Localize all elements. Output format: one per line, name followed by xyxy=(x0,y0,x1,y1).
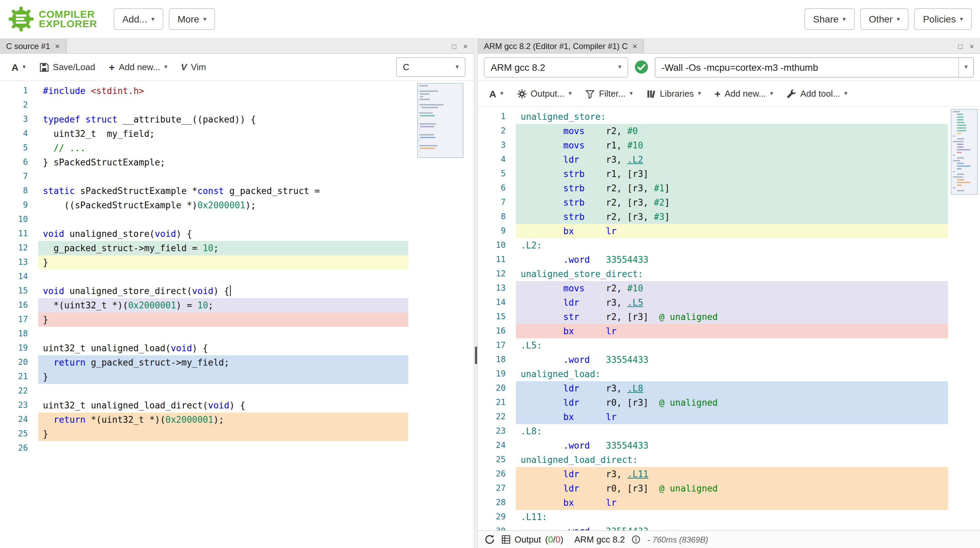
source-line-23[interactable]: 23uint32_t unaligned_load_direct(void) { xyxy=(0,398,474,413)
line-content[interactable]: .word 33554433 xyxy=(516,353,948,367)
asm-line-23[interactable]: 23.L8: xyxy=(478,424,980,438)
language-select[interactable]: C ▾ xyxy=(396,57,466,77)
asm-line-14[interactable]: 14 ldr r3, .L5 xyxy=(478,295,980,310)
compiler-options-input[interactable] xyxy=(655,57,958,76)
asm-line-19[interactable]: 19unaligned_load: xyxy=(478,367,980,381)
line-content[interactable]: movs r2, #0 xyxy=(516,124,948,138)
source-line-1[interactable]: 1#include <stdint.h> xyxy=(0,84,474,98)
source-line-21[interactable]: 21} xyxy=(0,370,474,384)
source-line-20[interactable]: 20 return g_packed_struct->my_field; xyxy=(0,355,474,370)
close-icon[interactable]: × xyxy=(969,42,974,50)
line-content[interactable]: bx lr xyxy=(516,410,948,424)
line-content[interactable]: .word 33554433 xyxy=(516,253,948,267)
font-size-button[interactable]: A ▾ xyxy=(483,84,509,103)
vim-toggle-button[interactable]: V Vim xyxy=(175,58,212,76)
font-size-button[interactable]: A ▾ xyxy=(5,57,32,76)
tab-c-source[interactable]: C source #1 × xyxy=(0,39,66,53)
logo[interactable]: COMPILER EXPLORER xyxy=(8,6,97,32)
asm-editor[interactable]: 1unaligned_store:2 movs r2, #03 movs r1,… xyxy=(478,107,980,530)
line-content[interactable]: void unaligned_store_direct(void) { xyxy=(38,284,408,298)
asm-line-16[interactable]: 16 bx lr xyxy=(478,324,980,338)
line-content[interactable]: ldr r3, .L5 xyxy=(516,295,948,310)
source-line-4[interactable]: 4 uint32_t my_field; xyxy=(0,127,474,141)
line-content[interactable]: } xyxy=(38,255,408,269)
line-content[interactable]: uint32_t unaligned_load_direct(void) { xyxy=(38,398,408,413)
line-content[interactable]: bx lr xyxy=(516,324,948,338)
line-content[interactable]: static sPackedStructExample *const g_pac… xyxy=(38,184,408,198)
source-line-9[interactable]: 9 ((sPackedStructExample *)0x2000001); xyxy=(0,198,474,212)
asm-line-29[interactable]: 29.L11: xyxy=(478,510,980,524)
source-line-5[interactable]: 5 // ... xyxy=(0,141,474,155)
line-content[interactable]: ldr r3, .L8 xyxy=(516,381,948,395)
asm-line-24[interactable]: 24 .word 33554433 xyxy=(478,438,980,453)
source-line-2[interactable]: 2 xyxy=(0,98,474,112)
line-content[interactable] xyxy=(38,269,408,284)
source-line-13[interactable]: 13} xyxy=(0,255,474,269)
line-content[interactable]: void unaligned_store(void) { xyxy=(38,227,408,241)
asm-line-11[interactable]: 11 .word 33554433 xyxy=(478,253,980,267)
close-icon[interactable]: × xyxy=(633,41,637,51)
line-content[interactable]: strb r2, [r3, #1] xyxy=(516,181,948,195)
asm-line-27[interactable]: 27 ldr r0, [r3] @ unaligned xyxy=(478,481,980,495)
source-line-26[interactable]: 26 xyxy=(0,441,474,456)
asm-line-21[interactable]: 21 ldr r0, [r3] @ unaligned xyxy=(478,395,980,410)
source-line-3[interactable]: 3typedef struct __attribute__((packed)) … xyxy=(0,112,474,127)
other-button[interactable]: Other ▾ xyxy=(860,8,908,30)
line-content[interactable]: .L11: xyxy=(516,510,948,524)
line-content[interactable]: unaligned_load: xyxy=(516,367,948,381)
line-content[interactable]: ldr r0, [r3] @ unaligned xyxy=(516,481,948,495)
source-line-14[interactable]: 14 xyxy=(0,269,474,284)
line-content[interactable]: ((sPackedStructExample *)0x2000001); xyxy=(38,198,408,212)
line-content[interactable]: return g_packed_struct->my_field; xyxy=(38,355,408,370)
line-content[interactable]: movs r1, #10 xyxy=(516,138,948,153)
line-content[interactable] xyxy=(38,98,408,112)
asm-line-22[interactable]: 22 bx lr xyxy=(478,410,980,424)
asm-line-9[interactable]: 9 bx lr xyxy=(478,224,980,238)
line-content[interactable]: .L8: xyxy=(516,424,948,438)
minimap-slider[interactable] xyxy=(951,109,978,195)
line-content[interactable]: *(uint32_t *)(0x2000001) = 10; xyxy=(38,298,408,312)
pane-splitter[interactable] xyxy=(474,39,478,548)
line-content[interactable] xyxy=(38,169,408,184)
add-pane-button[interactable]: Add... ▾ xyxy=(113,8,163,30)
label-link[interactable]: .L5 xyxy=(627,298,643,308)
add-new-button[interactable]: + Add new... ▾ xyxy=(103,57,173,77)
line-content[interactable]: uint32_t unaligned_load(void) { xyxy=(38,341,408,355)
line-content[interactable]: strb r2, [r3, #2] xyxy=(516,195,948,210)
line-content[interactable]: #include <stdint.h> xyxy=(38,84,408,98)
asm-line-12[interactable]: 12unaligned_store_direct: xyxy=(478,267,980,281)
add-tool-button[interactable]: Add tool... ▾ xyxy=(781,84,853,103)
more-button[interactable]: More ▾ xyxy=(169,8,215,30)
source-line-8[interactable]: 8static sPackedStructExample *const g_pa… xyxy=(0,184,474,198)
maximize-icon[interactable]: □ xyxy=(452,42,456,50)
source-line-12[interactable]: 12 g_packed_struct->my_field = 10; xyxy=(0,241,474,255)
close-icon[interactable]: × xyxy=(463,42,468,50)
line-content[interactable]: } xyxy=(38,312,408,327)
source-line-6[interactable]: 6} sPackedStructExample; xyxy=(0,155,474,169)
line-content[interactable] xyxy=(38,327,408,341)
minimap-slider[interactable] xyxy=(417,83,463,158)
line-content[interactable]: return *(uint32_t *)(0x2000001); xyxy=(38,413,408,427)
line-content[interactable]: bx lr xyxy=(516,224,948,238)
asm-line-30[interactable]: 30 .word 33554433 xyxy=(478,524,980,530)
source-line-16[interactable]: 16 *(uint32_t *)(0x2000001) = 10; xyxy=(0,298,474,312)
asm-line-26[interactable]: 26 ldr r3, .L11 xyxy=(478,467,980,481)
line-content[interactable]: .word 33554433 xyxy=(516,438,948,453)
source-line-11[interactable]: 11void unaligned_store(void) { xyxy=(0,227,474,241)
line-content[interactable]: uint32_t my_field; xyxy=(38,127,408,141)
line-content[interactable]: } xyxy=(38,370,408,384)
source-line-19[interactable]: 19uint32_t unaligned_load(void) { xyxy=(0,341,474,355)
label-link[interactable]: .L2 xyxy=(627,155,643,165)
maximize-icon[interactable]: □ xyxy=(958,42,963,50)
asm-line-5[interactable]: 5 strb r1, [r3] xyxy=(478,167,980,181)
line-content[interactable] xyxy=(38,441,408,456)
source-editor[interactable]: 1#include <stdint.h>23typedef struct __a… xyxy=(0,81,474,548)
close-icon[interactable]: × xyxy=(55,41,60,51)
compiler-info-button[interactable] xyxy=(632,535,640,544)
source-minimap[interactable] xyxy=(419,85,461,156)
line-content[interactable]: } sPackedStructExample; xyxy=(38,155,408,169)
asm-line-20[interactable]: 20 ldr r3, .L8 xyxy=(478,381,980,395)
recompile-button[interactable] xyxy=(485,534,495,545)
asm-line-18[interactable]: 18 .word 33554433 xyxy=(478,353,980,367)
options-dropdown-button[interactable]: ▾ xyxy=(958,57,973,76)
